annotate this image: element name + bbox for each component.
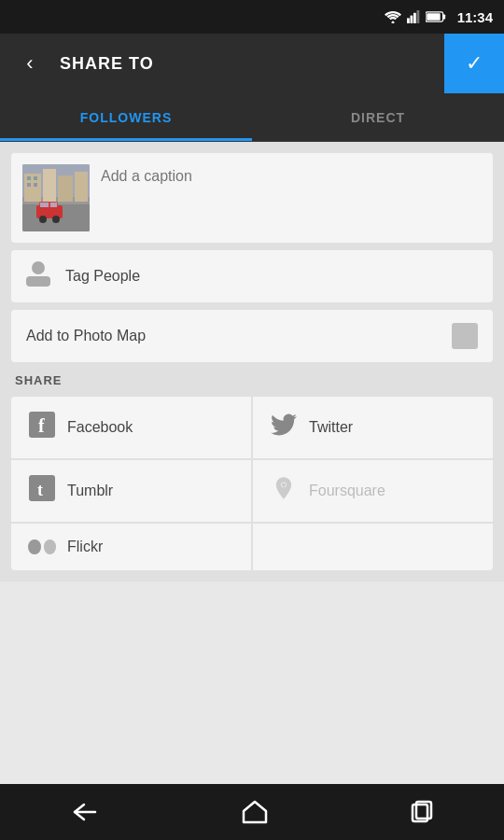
flickr-dot-blue	[44, 539, 57, 554]
twitter-label: Twitter	[309, 419, 353, 436]
svg-rect-19	[36, 205, 63, 218]
share-empty-cell	[252, 523, 493, 570]
svg-point-21	[39, 216, 47, 223]
top-bar: ‹ SHARE TO ✓	[0, 34, 504, 93]
page-title: SHARE TO	[60, 54, 444, 74]
nav-recents-button[interactable]	[411, 800, 433, 824]
wifi-icon	[385, 10, 401, 23]
foursquare-label: Foursquare	[309, 483, 385, 499]
caption-input[interactable]	[101, 164, 482, 202]
tabs-bar: FOLLOWERS DIRECT	[0, 93, 504, 142]
svg-rect-23	[40, 203, 49, 207]
svg-rect-7	[427, 13, 440, 21]
status-bar: 11:34	[0, 0, 504, 34]
share-section-label: SHARE	[11, 370, 493, 389]
svg-rect-3	[413, 13, 416, 23]
svg-rect-12	[43, 169, 56, 202]
photo-map-label: Add to Photo Map	[26, 328, 146, 344]
svg-rect-11	[24, 174, 41, 202]
share-foursquare[interactable]: Foursquare	[252, 459, 493, 523]
svg-rect-24	[50, 203, 57, 207]
share-flickr[interactable]: Flickr	[11, 523, 252, 570]
svg-rect-14	[75, 172, 88, 202]
confirm-button[interactable]: ✓	[444, 34, 504, 93]
person-icon	[26, 260, 50, 292]
main-content: Tag People Add to Photo Map SHARE f Face…	[0, 142, 504, 581]
foursquare-icon	[270, 475, 298, 507]
tag-people-label: Tag People	[65, 268, 140, 285]
share-tumblr[interactable]: t Tumblr	[11, 459, 252, 523]
battery-icon	[426, 11, 446, 22]
tumblr-icon: t	[28, 475, 56, 507]
svg-rect-2	[410, 16, 413, 23]
twitter-icon	[270, 412, 298, 443]
svg-point-0	[391, 21, 394, 24]
svg-point-25	[32, 261, 45, 274]
back-arrow-icon: ‹	[26, 51, 33, 76]
svg-rect-15	[27, 176, 31, 180]
photo-thumbnail	[22, 164, 90, 231]
share-twitter[interactable]: Twitter	[252, 397, 493, 459]
status-icons: 11:34	[385, 9, 493, 25]
svg-rect-1	[407, 18, 410, 23]
svg-text:t: t	[37, 481, 43, 499]
tumblr-label: Tumblr	[67, 483, 113, 499]
tab-followers[interactable]: FOLLOWERS	[0, 93, 252, 141]
svg-rect-13	[58, 175, 73, 202]
svg-rect-18	[34, 183, 37, 187]
tab-direct[interactable]: DIRECT	[252, 93, 504, 141]
facebook-icon: f	[28, 412, 56, 443]
caption-box	[11, 153, 493, 243]
flickr-label: Flickr	[67, 539, 103, 555]
flickr-dot-pink	[28, 539, 41, 554]
nav-back-button[interactable]	[71, 801, 99, 823]
flickr-icon	[28, 539, 56, 554]
facebook-label: Facebook	[67, 419, 133, 436]
checkmark-icon: ✓	[466, 51, 483, 76]
photo-map-row[interactable]: Add to Photo Map	[11, 310, 493, 362]
share-grid: f Facebook Twitter t Tumblr	[11, 397, 493, 570]
back-button[interactable]: ‹	[0, 34, 60, 93]
svg-rect-17	[27, 183, 31, 187]
photo-map-checkbox[interactable]	[452, 323, 478, 349]
thumbnail-image	[22, 164, 90, 231]
svg-rect-26	[26, 276, 50, 287]
share-facebook[interactable]: f Facebook	[11, 397, 252, 459]
nav-home-button[interactable]	[242, 800, 268, 824]
signal-icon	[407, 10, 420, 23]
bottom-nav	[0, 784, 504, 840]
tag-people-row[interactable]: Tag People	[11, 250, 493, 302]
svg-text:f: f	[38, 415, 45, 436]
svg-point-22	[52, 216, 60, 223]
status-time: 11:34	[457, 9, 493, 25]
svg-rect-6	[442, 14, 445, 19]
svg-rect-16	[34, 176, 37, 180]
svg-rect-4	[416, 10, 419, 23]
